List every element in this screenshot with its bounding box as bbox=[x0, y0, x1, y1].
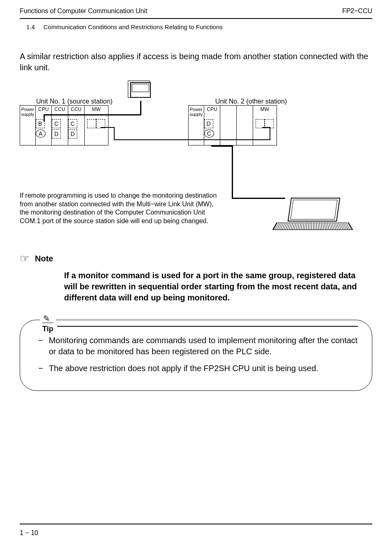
unit-slot: CCUCD bbox=[68, 106, 85, 145]
header-left: Functions of Computer Communication Unit bbox=[20, 7, 147, 16]
box-mark bbox=[87, 119, 96, 128]
header-rule bbox=[20, 18, 372, 19]
programming-terminal-icon bbox=[128, 81, 154, 101]
note-body: If a monitor command is used for a port … bbox=[64, 270, 360, 303]
slot-label: CCU bbox=[55, 107, 65, 112]
wire bbox=[140, 101, 141, 115]
box-mark: C bbox=[68, 119, 77, 128]
unit-slot: Power supply bbox=[20, 106, 36, 145]
system-diagram: Unit No. 1 (source station) Power supply… bbox=[20, 81, 372, 237]
tip-rule bbox=[57, 326, 358, 327]
tip-block: ✎ Tip −Monitoring commands are commands … bbox=[20, 320, 372, 391]
footer-rule bbox=[20, 524, 372, 524]
slot-label: CPU bbox=[207, 107, 217, 112]
laptop-icon bbox=[274, 198, 353, 237]
pencil-icon: ✎ bbox=[43, 314, 50, 323]
tip-item-text: Monitoring commands are commands used to… bbox=[49, 335, 360, 357]
box-mark: D bbox=[68, 129, 77, 138]
pointing-hand-icon: ☞ bbox=[20, 252, 29, 266]
dash-icon: − bbox=[38, 335, 43, 357]
wire bbox=[101, 127, 115, 128]
tip-item: −Monitoring commands are commands used t… bbox=[38, 335, 360, 357]
page-number: 1 − 10 bbox=[20, 529, 38, 536]
unit1-label: Unit No. 1 (source station) bbox=[27, 97, 122, 106]
unit2-label: Unit No. 2 (other station) bbox=[204, 97, 298, 106]
section-subheader: 1.4 Communication Conditions and Restric… bbox=[26, 23, 372, 31]
section-number: 1.4 bbox=[26, 23, 35, 30]
slot-label: CCU bbox=[71, 107, 81, 112]
wire bbox=[270, 127, 270, 140]
unit-slot: CPUBA bbox=[36, 106, 52, 145]
tip-item-text: The above restriction does not apply if … bbox=[49, 363, 318, 374]
slot-label bbox=[244, 107, 245, 112]
tip-title: Tip bbox=[42, 323, 53, 334]
box-mark: D bbox=[204, 119, 213, 128]
dash-icon: − bbox=[38, 363, 43, 374]
slot-label: CPU bbox=[38, 107, 48, 112]
intro-paragraph: A similar restriction also applies if ac… bbox=[20, 51, 372, 73]
wire bbox=[211, 145, 232, 147]
diagram-caption: If remote programming is used to change … bbox=[20, 192, 221, 226]
wire bbox=[262, 127, 270, 128]
note-block: ☞ Note If a monitor command is used for … bbox=[20, 252, 372, 303]
box-mark: C bbox=[52, 119, 61, 128]
oval-mark: C bbox=[204, 129, 214, 138]
page-footer: 1 − 10 bbox=[20, 524, 372, 538]
unit1-frame: Power supplyCPUBACCUCDCCUCDMW bbox=[20, 105, 108, 145]
wire bbox=[114, 127, 115, 140]
wire bbox=[232, 145, 233, 199]
slot-label bbox=[228, 107, 229, 112]
section-title: Communication Conditions and Restriction… bbox=[44, 23, 223, 30]
slot-label: Power supply bbox=[189, 107, 204, 117]
unit-slot: CCUCD bbox=[52, 106, 68, 145]
unit-slot: MW bbox=[85, 106, 108, 145]
note-title: Note bbox=[35, 253, 53, 264]
oval-mark: A bbox=[36, 129, 46, 138]
tip-item: −The above restriction does not apply if… bbox=[38, 363, 360, 374]
slot-label: MW bbox=[92, 107, 101, 112]
box-mark: D bbox=[52, 129, 61, 138]
wire bbox=[44, 114, 141, 115]
wire bbox=[114, 139, 270, 140]
tip-list: −Monitoring commands are commands used t… bbox=[38, 335, 360, 374]
slot-label: MW bbox=[261, 107, 269, 112]
slot-label: Power supply bbox=[20, 107, 35, 117]
header-right: FP2−CCU bbox=[342, 7, 372, 16]
